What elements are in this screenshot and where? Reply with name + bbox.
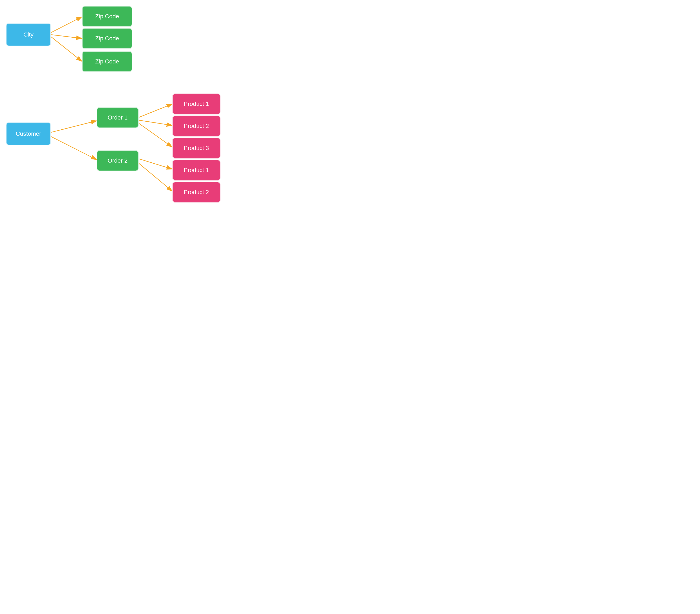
diagram-container: City Zip Code Zip Code Zip Code Customer… bbox=[0, 0, 245, 214]
svg-line-8 bbox=[138, 123, 172, 147]
product1a-node: Product 1 bbox=[172, 93, 221, 114]
svg-line-10 bbox=[138, 163, 172, 191]
customer-node: Customer bbox=[6, 122, 51, 145]
svg-line-5 bbox=[51, 137, 97, 160]
svg-line-4 bbox=[51, 121, 97, 132]
zipcode2-node: Zip Code bbox=[82, 28, 132, 49]
zipcode1-node: Zip Code bbox=[82, 6, 132, 27]
order2-node: Order 2 bbox=[97, 150, 139, 171]
product1b-node: Product 1 bbox=[172, 160, 221, 181]
product2b-node: Product 2 bbox=[172, 182, 221, 203]
svg-line-7 bbox=[139, 120, 172, 125]
order1-node: Order 1 bbox=[97, 107, 139, 128]
svg-line-2 bbox=[51, 35, 82, 38]
zipcode3-node: Zip Code bbox=[82, 51, 132, 72]
svg-line-1 bbox=[51, 17, 82, 33]
svg-line-6 bbox=[138, 104, 172, 118]
product3a-node: Product 3 bbox=[172, 138, 221, 159]
product2a-node: Product 2 bbox=[172, 115, 221, 137]
city-node: City bbox=[6, 23, 51, 46]
svg-line-3 bbox=[51, 37, 82, 61]
svg-line-9 bbox=[138, 159, 172, 169]
